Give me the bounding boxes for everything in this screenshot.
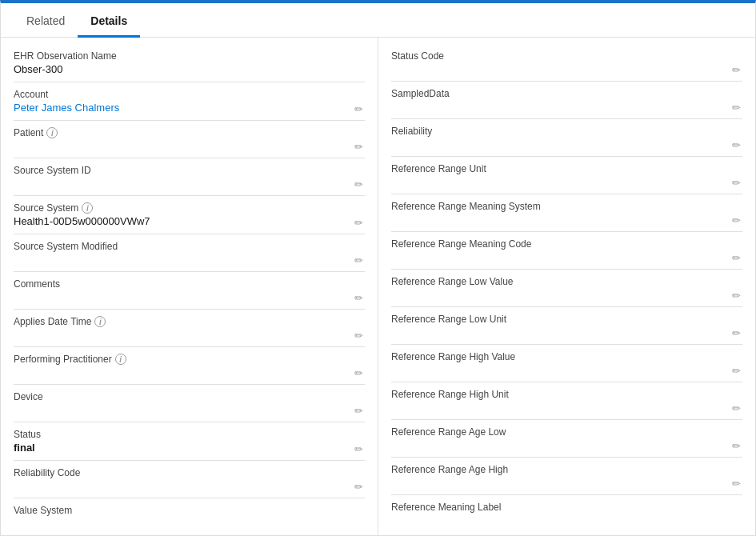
info-icon-patient[interactable]: i xyxy=(46,127,58,138)
edit-icon-account[interactable]: ✏ xyxy=(354,103,363,115)
edit-icon-reliability[interactable]: ✏ xyxy=(732,139,741,151)
fields-container: EHR Observation NameObser-300AccountPete… xyxy=(1,38,755,535)
tab-related[interactable]: Related xyxy=(14,3,78,38)
edit-icon-reference-range-low-value[interactable]: ✏ xyxy=(732,290,741,302)
edit-icon-source-system[interactable]: ✏ xyxy=(354,217,363,229)
edit-icon-reference-range-low-unit[interactable]: ✏ xyxy=(732,327,741,339)
field-ehr-obs-name: EHR Observation NameObser-300 xyxy=(14,44,365,82)
edit-icon-reference-range-high-unit[interactable]: ✏ xyxy=(732,402,741,414)
edit-icon-reference-range-meaning-code[interactable]: ✏ xyxy=(732,252,741,264)
edit-icon-source-system-modified[interactable]: ✏ xyxy=(354,254,363,266)
edit-icon-reference-range-high-value[interactable]: ✏ xyxy=(732,365,741,377)
field-label-reference-range-meaning-code: Reference Range Meaning Code xyxy=(391,238,742,250)
field-source-system-modified: Source System Modified✏ xyxy=(14,234,365,272)
field-reference-range-meaning-code: Reference Range Meaning Code✏ xyxy=(391,232,742,270)
field-value-reference-range-unit xyxy=(391,176,742,190)
field-label-comments: Comments xyxy=(14,278,365,290)
field-value-patient xyxy=(14,140,365,154)
field-label-device: Device xyxy=(14,391,365,402)
field-source-system-id: Source System ID✏ xyxy=(14,158,365,196)
field-label-sampled-data: SampledData xyxy=(391,88,742,99)
field-account: AccountPeter James Chalmers✏ xyxy=(14,82,365,121)
field-value-sampled-data xyxy=(391,101,742,115)
edit-icon-applies-date-time[interactable]: ✏ xyxy=(354,330,363,342)
field-value-system: Value System xyxy=(14,498,365,535)
field-value-comments xyxy=(14,291,365,306)
field-value-reference-range-age-high xyxy=(391,477,742,491)
field-label-applies-date-time: Applies Date Timei xyxy=(14,316,365,327)
edit-icon-status[interactable]: ✏ xyxy=(354,443,363,455)
field-value-status-code xyxy=(391,63,742,78)
field-label-patient: Patienti xyxy=(14,127,365,138)
field-reference-range-high-value: Reference Range High Value✏ xyxy=(391,345,742,382)
info-icon-applies-date-time[interactable]: i xyxy=(94,316,106,327)
field-reference-range-low-value: Reference Range Low Value✏ xyxy=(391,270,742,307)
edit-icon-comments[interactable]: ✏ xyxy=(354,292,363,304)
field-status: Statusfinal✏ xyxy=(14,422,365,461)
field-reference-range-high-unit: Reference Range High Unit✏ xyxy=(391,382,742,420)
field-reference-range-age-high: Reference Range Age High✏ xyxy=(391,458,742,495)
right-column: Status Code✏SampledData✏Reliability✏Refe… xyxy=(378,38,755,535)
edit-icon-reference-range-age-high[interactable]: ✏ xyxy=(732,478,741,490)
field-value-account[interactable]: Peter James Chalmers xyxy=(14,102,365,117)
field-value-reference-range-low-unit xyxy=(391,326,742,341)
field-label-reference-range-unit: Reference Range Unit xyxy=(391,163,742,174)
field-label-reference-range-high-value: Reference Range High Value xyxy=(391,351,742,362)
field-value-device xyxy=(14,404,365,418)
app-container: RelatedDetails EHR Observation NameObser… xyxy=(0,0,756,536)
field-value-reliability-code xyxy=(14,480,365,494)
info-icon-source-system[interactable]: i xyxy=(82,202,93,214)
edit-icon-device[interactable]: ✏ xyxy=(354,405,363,417)
field-label-value-system: Value System xyxy=(14,505,365,516)
field-value-reference-range-low-value xyxy=(391,289,742,303)
field-label-reference-range-age-low: Reference Range Age Low xyxy=(391,426,742,438)
field-reference-range-unit: Reference Range Unit✏ xyxy=(391,157,742,194)
field-reliability-code: Reliability Code✏ xyxy=(14,461,365,498)
edit-icon-patient[interactable]: ✏ xyxy=(354,141,363,153)
edit-icon-reference-range-age-low[interactable]: ✏ xyxy=(732,440,741,452)
field-value-reference-range-age-low xyxy=(391,439,742,454)
info-icon-performing-practitioner[interactable]: i xyxy=(115,354,126,365)
tab-bar: RelatedDetails xyxy=(1,3,755,38)
tab-details[interactable]: Details xyxy=(78,3,140,38)
field-source-system: Source SystemiHealth1-00D5w000000VWw7✏ xyxy=(14,196,365,234)
field-value-reference-meaning-label xyxy=(391,514,742,529)
edit-icon-reference-range-meaning-system[interactable]: ✏ xyxy=(732,214,741,226)
field-reference-meaning-label: Reference Meaning Label xyxy=(391,495,742,532)
edit-icon-status-code[interactable]: ✏ xyxy=(732,64,741,76)
edit-icon-reliability-code[interactable]: ✏ xyxy=(354,481,363,493)
field-label-source-system-id: Source System ID xyxy=(14,165,365,176)
field-value-reference-range-high-unit xyxy=(391,402,742,416)
field-label-ehr-obs-name: EHR Observation Name xyxy=(14,50,365,62)
field-label-reference-meaning-label: Reference Meaning Label xyxy=(391,502,742,513)
edit-icon-reference-range-unit[interactable]: ✏ xyxy=(732,177,741,189)
field-label-performing-practitioner: Performing Practitioneri xyxy=(14,354,365,365)
field-reference-range-meaning-system: Reference Range Meaning System✏ xyxy=(391,194,742,232)
field-reference-range-age-low: Reference Range Age Low✏ xyxy=(391,420,742,458)
field-performing-practitioner: Performing Practitioneri✏ xyxy=(14,347,365,385)
field-value-applies-date-time xyxy=(14,329,365,343)
field-reliability: Reliability✏ xyxy=(391,119,742,157)
field-label-status: Status xyxy=(14,429,365,440)
field-label-reference-range-age-high: Reference Range Age High xyxy=(391,464,742,475)
field-value-source-system-id xyxy=(14,178,365,192)
field-sampled-data: SampledData✏ xyxy=(391,82,742,119)
edit-icon-source-system-id[interactable]: ✏ xyxy=(354,178,363,190)
field-label-source-system-modified: Source System Modified xyxy=(14,241,365,252)
left-column: EHR Observation NameObser-300AccountPete… xyxy=(1,38,378,535)
field-label-reliability-code: Reliability Code xyxy=(14,467,365,478)
edit-icon-performing-practitioner[interactable]: ✏ xyxy=(354,367,363,379)
field-label-reliability: Reliability xyxy=(391,126,742,137)
field-label-account: Account xyxy=(14,89,365,100)
field-device: Device✏ xyxy=(14,385,365,422)
field-value-ehr-obs-name: Obser-300 xyxy=(14,63,365,78)
field-value-reference-range-high-value xyxy=(391,364,742,378)
field-label-status-code: Status Code xyxy=(391,50,742,62)
field-label-reference-range-low-unit: Reference Range Low Unit xyxy=(391,314,742,325)
field-value-status: final xyxy=(14,442,365,457)
field-value-reliability xyxy=(391,138,742,153)
field-value-reference-range-meaning-code xyxy=(391,251,742,266)
field-label-source-system: Source Systemi xyxy=(14,202,365,214)
field-value-source-system-modified xyxy=(14,254,365,268)
edit-icon-sampled-data[interactable]: ✏ xyxy=(732,102,741,114)
